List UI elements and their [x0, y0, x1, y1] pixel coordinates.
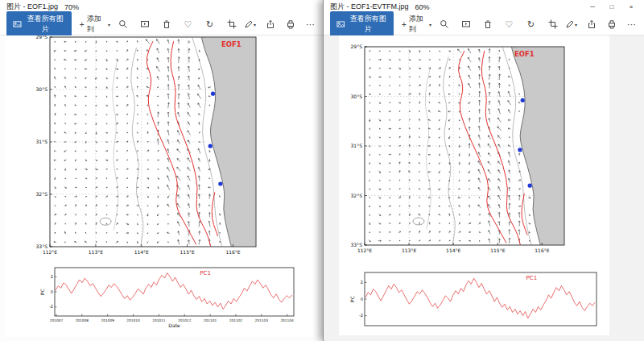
- svg-text:-2: -2: [49, 304, 53, 309]
- rotate-icon[interactable]: ↻: [525, 18, 537, 31]
- photos-icon: [336, 19, 345, 29]
- photo-viewer-canvas[interactable]: EOF129°S30°S31°S32°S33°S112°E113°E114°E1…: [324, 35, 644, 341]
- svg-text:29°S: 29°S: [36, 35, 48, 40]
- svg-text:33°S: 33°S: [351, 242, 363, 247]
- station-dot: [211, 92, 215, 96]
- svg-text:31°S: 31°S: [351, 143, 363, 148]
- slideshow-icon[interactable]: [138, 18, 151, 31]
- pc-label: PC1: [526, 275, 538, 281]
- photos-window-eof1: 图片 - EOF1.jpg 70% 查看所有图片 + 添加到 ▾ ♡: [0, 0, 323, 341]
- add-to-button[interactable]: + 添加到 ▾: [402, 14, 431, 35]
- svg-text:0: 0: [51, 289, 53, 294]
- photos-window-eof1-evtfm: 图片 - EOF1-EVTFM.jpg 60% ─ □ × 查看所有图片 + 添…: [323, 0, 644, 341]
- delete-icon[interactable]: [160, 18, 172, 31]
- view-all-photos-button[interactable]: 查看所有图片: [330, 11, 394, 37]
- add-to-label: 添加到: [87, 14, 105, 35]
- svg-text:30°S: 30°S: [351, 94, 363, 99]
- svg-text:116°E: 116°E: [535, 247, 549, 253]
- station-dot: [518, 148, 522, 152]
- svg-text:201009: 201009: [101, 318, 114, 322]
- pc-label: PC1: [200, 270, 211, 277]
- maximize-button[interactable]: □: [602, 0, 621, 14]
- svg-text:0: 0: [361, 297, 363, 301]
- svg-text:112°E: 112°E: [43, 249, 57, 255]
- svg-text:32°S: 32°S: [36, 191, 48, 197]
- svg-text:29°S: 29°S: [351, 44, 363, 49]
- pc-ylabel: PC: [349, 296, 355, 302]
- svg-text:201010: 201010: [126, 318, 140, 322]
- eof-label: EOF1: [514, 50, 535, 58]
- edit-icon[interactable]: ▾: [565, 18, 577, 31]
- svg-text:115°E: 115°E: [180, 249, 195, 255]
- zoom-level: 70%: [64, 3, 79, 11]
- chevron-down-icon: ▾: [254, 22, 256, 27]
- pc-plot: 20-2PC1PC: [349, 272, 597, 326]
- view-all-label: 查看所有图片: [26, 14, 65, 35]
- station-dot: [521, 98, 525, 102]
- desktop: 图片 - EOF1.jpg 70% 查看所有图片 + 添加到 ▾ ♡: [0, 0, 644, 341]
- print-icon[interactable]: [605, 18, 617, 31]
- plus-icon: +: [80, 20, 85, 29]
- svg-text:112°E: 112°E: [357, 247, 372, 253]
- close-button[interactable]: ×: [621, 0, 641, 14]
- photo-viewer-canvas[interactable]: EOF129°S30°S31°S32°S33°S112°E113°E114°E1…: [0, 35, 323, 341]
- print-icon[interactable]: [284, 18, 296, 31]
- share-icon[interactable]: [585, 18, 597, 31]
- minimize-button[interactable]: ─: [583, 0, 602, 14]
- station-dot: [528, 184, 532, 188]
- crop-icon[interactable]: [547, 18, 559, 31]
- more-icon[interactable]: ⋯: [625, 18, 638, 31]
- svg-text:201102: 201102: [229, 318, 243, 322]
- svg-text:114°E: 114°E: [446, 247, 460, 253]
- svg-text:116°E: 116°E: [225, 249, 240, 255]
- pc-xlabel: Date: [168, 322, 180, 328]
- view-all-label: 查看所有图片: [349, 14, 387, 35]
- svg-text:32°S: 32°S: [351, 193, 363, 198]
- svg-text:115°E: 115°E: [490, 247, 505, 253]
- map-plot: EOF129°S30°S31°S32°S33°S112°E113°E114°E1…: [36, 35, 260, 255]
- svg-text:113°E: 113°E: [89, 249, 103, 255]
- view-all-photos-button[interactable]: 查看所有图片: [6, 11, 72, 37]
- zoom-icon[interactable]: [117, 18, 129, 31]
- plus-icon: +: [402, 20, 407, 29]
- toolbar: 查看所有图片 + 添加到 ▾ ♡ ↻ ▾ ⋯: [324, 14, 644, 35]
- add-to-label: 添加到: [409, 14, 427, 35]
- station-dot: [208, 144, 213, 148]
- svg-text:113°E: 113°E: [402, 247, 416, 253]
- crop-icon[interactable]: [225, 18, 237, 31]
- station-dot: [218, 181, 222, 185]
- photo-eof1-evtfm-figure[interactable]: EOF129°S30°S31°S32°S33°S112°E113°E114°E1…: [324, 35, 644, 341]
- chevron-down-icon: ▾: [429, 22, 431, 27]
- svg-text:201101: 201101: [204, 318, 217, 322]
- rotate-icon[interactable]: ↻: [204, 18, 216, 31]
- favorite-icon[interactable]: ♡: [182, 18, 194, 31]
- svg-text:201104: 201104: [280, 318, 294, 322]
- svg-text:33°S: 33°S: [36, 243, 48, 249]
- svg-text:201008: 201008: [76, 318, 89, 322]
- eof-label: EOF1: [221, 40, 242, 48]
- svg-text:2: 2: [361, 280, 363, 285]
- svg-text:201011: 201011: [152, 318, 166, 322]
- add-to-button[interactable]: + 添加到 ▾: [80, 14, 110, 35]
- zoom-icon[interactable]: [438, 18, 450, 31]
- delete-icon[interactable]: [481, 18, 493, 31]
- photo-eof1-figure[interactable]: EOF129°S30°S31°S32°S33°S112°E113°E114°E1…: [0, 35, 323, 341]
- svg-text:114°E: 114°E: [134, 249, 149, 255]
- map-plot: EOF129°S30°S31°S32°S33°S112°E113°E114°E1…: [351, 43, 568, 253]
- svg-text:201007: 201007: [50, 318, 64, 322]
- photos-icon: [13, 19, 22, 29]
- favorite-icon[interactable]: ♡: [503, 18, 515, 31]
- zoom-level: 60%: [415, 3, 430, 11]
- pc-ylabel: PC: [39, 289, 45, 295]
- svg-text:31°S: 31°S: [36, 139, 48, 144]
- edit-icon[interactable]: ▾: [244, 18, 256, 31]
- share-icon[interactable]: [264, 18, 276, 31]
- svg-text:201103: 201103: [255, 318, 269, 322]
- svg-text:-2: -2: [359, 313, 363, 318]
- chevron-down-icon: ▾: [108, 22, 110, 27]
- more-icon[interactable]: ⋯: [304, 18, 316, 31]
- svg-text:30°S: 30°S: [36, 86, 48, 92]
- chevron-down-icon: ▾: [575, 22, 577, 27]
- window-controls: ─ □ ×: [583, 0, 641, 14]
- slideshow-icon[interactable]: [460, 18, 472, 31]
